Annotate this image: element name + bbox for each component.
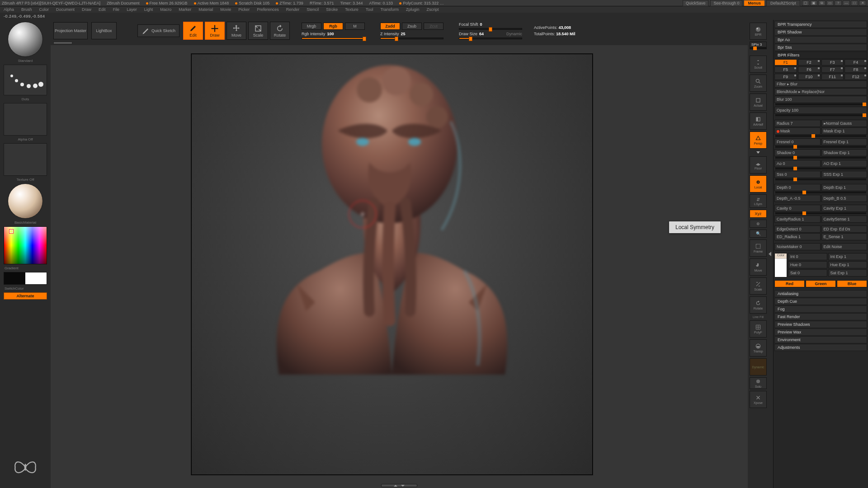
edit-mode-button[interactable]: Edit: [183, 22, 203, 40]
transp-button[interactable]: Transp: [750, 339, 767, 357]
antialiasing-header[interactable]: Antialiasing: [774, 290, 867, 297]
opacity-slider[interactable]: Opacity 100: [774, 107, 867, 114]
menu-stroke[interactable]: Stroke: [326, 7, 338, 12]
menus-toggle[interactable]: Menus: [744, 0, 764, 6]
blend-mode[interactable]: BlendMode ▸ Replace(Nor: [774, 88, 867, 95]
menu-render[interactable]: Render: [286, 7, 300, 12]
bpr-ao-header[interactable]: Bpr Ao: [774, 36, 867, 43]
center-button[interactable]: ⊕: [750, 220, 767, 228]
menu-marker[interactable]: Marker: [179, 7, 191, 12]
menu-tool[interactable]: Tool: [366, 7, 373, 12]
tray-collapse-icon[interactable]: [769, 252, 771, 256]
ed-radius-field[interactable]: ED_Radius 1: [774, 233, 821, 240]
edit-noise-button[interactable]: Edit Noise: [821, 243, 868, 250]
sat-exp-field[interactable]: Sat Exp 1: [828, 269, 868, 277]
e-sense-field[interactable]: E_Sense 1: [821, 233, 868, 240]
depth-a-field[interactable]: Depth_A -0.5: [774, 195, 821, 202]
draw-mode-button[interactable]: Draw: [205, 22, 225, 40]
lightbox-button[interactable]: LightBox: [91, 22, 117, 39]
fast-render-header[interactable]: Fast Render: [774, 313, 867, 320]
sss-exp-field[interactable]: SSS Exp 1: [821, 171, 868, 178]
adjustments-header[interactable]: Adjustments: [774, 344, 867, 351]
mask-field[interactable]: Mask: [774, 127, 821, 135]
switchcolor-button[interactable]: SwitchColor: [2, 286, 49, 291]
zadd-button[interactable]: Zadd: [380, 23, 400, 30]
spix-slider[interactable]: SPix 3: [750, 42, 767, 49]
side-scale-button[interactable]: Scale: [750, 277, 767, 295]
filter-f3[interactable]: F3: [821, 59, 844, 66]
filter-f7[interactable]: F7: [821, 66, 844, 73]
dynamic-button[interactable]: Dynamic: [750, 358, 767, 375]
blue-toggle[interactable]: Blue: [837, 280, 867, 287]
sat-field[interactable]: Sat 0: [788, 269, 827, 277]
brush-thumbnail[interactable]: [8, 22, 43, 57]
filter-f12[interactable]: F12: [844, 74, 867, 80]
alternate-button[interactable]: Alternate: [4, 292, 47, 300]
minimize-icon[interactable]: —: [843, 0, 850, 6]
filter-f6[interactable]: F6: [798, 66, 821, 73]
menu-alpha[interactable]: Alpha: [4, 7, 14, 12]
cavity-sense-field[interactable]: CavitySense 1: [821, 216, 868, 223]
environment-header[interactable]: Environment: [774, 336, 867, 343]
shelf-handle[interactable]: [53, 42, 72, 44]
focal-shift-slider[interactable]: [459, 28, 522, 30]
color-picker[interactable]: [4, 226, 47, 264]
scroll-button[interactable]: Scroll: [750, 56, 767, 73]
window-control-icon[interactable]: ▢: [802, 0, 809, 6]
rgb-button[interactable]: Rgb: [323, 23, 343, 30]
seethrough-slider[interactable]: See-through 0: [710, 0, 742, 6]
projection-master-button[interactable]: Projection Master: [53, 22, 88, 39]
fresnel-exp-field[interactable]: Fresnel Exp 1: [821, 138, 868, 145]
filter-f10[interactable]: F10: [798, 74, 821, 80]
window-control-icon[interactable]: ▣: [810, 0, 817, 6]
cavity-radius-field[interactable]: CavityRadius 1: [774, 216, 821, 223]
menu-zplugin[interactable]: Zplugin: [406, 7, 420, 12]
side-move-button[interactable]: Move: [750, 258, 767, 276]
lsym-button[interactable]: ⇵LSym: [750, 194, 767, 208]
depth-b-field[interactable]: Depth_B 0.5: [821, 195, 868, 202]
stroke-thumbnail[interactable]: [4, 65, 47, 95]
menu-color[interactable]: Color: [39, 7, 49, 12]
filter-f8[interactable]: F8: [844, 66, 867, 73]
default-zscript[interactable]: DefaultZScript: [766, 0, 800, 6]
quicksave-button[interactable]: QuickSave: [683, 0, 709, 6]
filter-f1[interactable]: F1: [774, 59, 797, 66]
blur-slider[interactable]: Blur 100: [774, 96, 867, 103]
menu-material[interactable]: Material: [198, 7, 213, 12]
local-button[interactable]: Local: [750, 175, 767, 192]
menu-file[interactable]: File: [113, 7, 120, 12]
actual-button[interactable]: Actual: [750, 94, 767, 111]
mask-exp-field[interactable]: Mask Exp 1: [821, 127, 868, 135]
scale-mode-button[interactable]: Scale: [248, 22, 268, 40]
floor-button[interactable]: Floor: [750, 156, 767, 174]
menu-brush[interactable]: Brush: [21, 7, 32, 12]
fresnel-field[interactable]: Fresnel 0: [774, 138, 821, 145]
zsub-button[interactable]: Zsub: [402, 23, 422, 30]
polyf-button[interactable]: PolyF: [750, 320, 767, 338]
depth-field[interactable]: Depth 0: [774, 184, 821, 191]
menu-layer[interactable]: Layer: [127, 7, 137, 12]
texture-thumbnail[interactable]: [4, 143, 47, 176]
menu-document[interactable]: Document: [56, 7, 75, 12]
filter-f9[interactable]: F9: [774, 74, 797, 80]
ao-field[interactable]: Ao 0: [774, 160, 821, 167]
solo-button[interactable]: Solo: [750, 377, 767, 389]
material-thumbnail[interactable]: [8, 183, 43, 219]
hue-exp-field[interactable]: Hue Exp 1: [828, 261, 868, 268]
menu-light[interactable]: Light: [144, 7, 153, 12]
draw-size-slider[interactable]: [459, 38, 522, 39]
menu-transform[interactable]: Transform: [380, 7, 399, 12]
color-swatches[interactable]: [4, 272, 47, 285]
filter-f11[interactable]: F11: [821, 74, 844, 80]
menu-stencil[interactable]: Stencil: [307, 7, 319, 12]
gradient-label[interactable]: Gradient: [2, 266, 49, 270]
preview-shadows-header[interactable]: Preview Shadows: [774, 321, 867, 328]
color-well[interactable]: Color: [774, 253, 787, 277]
filter-f5[interactable]: F5: [774, 66, 797, 73]
menu-draw[interactable]: Draw: [82, 7, 91, 12]
zcut-button[interactable]: Zcut: [424, 23, 443, 30]
bpr-sss-header[interactable]: Bpr Sss: [774, 44, 867, 51]
mrgb-button[interactable]: Mrgb: [302, 23, 321, 30]
menu-zscript[interactable]: Zscript: [427, 7, 439, 12]
hue-field[interactable]: Hue 0: [788, 261, 827, 268]
